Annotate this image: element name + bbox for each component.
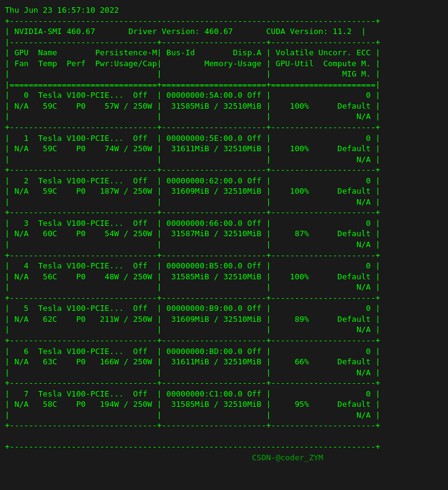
gpu-7-id: 7 <box>15 389 29 398</box>
gpu-4-id: 4 <box>15 261 29 270</box>
gpu-6-id: 6 <box>15 347 29 356</box>
timestamp: Thu Jun 23 16:57:10 2022 <box>5 5 119 15</box>
gpu-1-id: 1 <box>15 134 29 143</box>
gpu-5-id: 5 <box>15 304 29 313</box>
cuda-version: 11.2 <box>333 27 351 36</box>
driver-version: 460.67 <box>205 27 233 36</box>
terminal-output: Thu Jun 23 16:57:10 2022 +--------------… <box>5 5 443 463</box>
gpu-2-id: 2 <box>15 176 29 185</box>
gpu-3-id: 3 <box>15 219 29 228</box>
smi-version: 460.67 <box>67 27 95 36</box>
watermark: CSDN-@coder_ZYM <box>252 453 323 462</box>
gpu-0-id: 0 <box>15 90 29 100</box>
